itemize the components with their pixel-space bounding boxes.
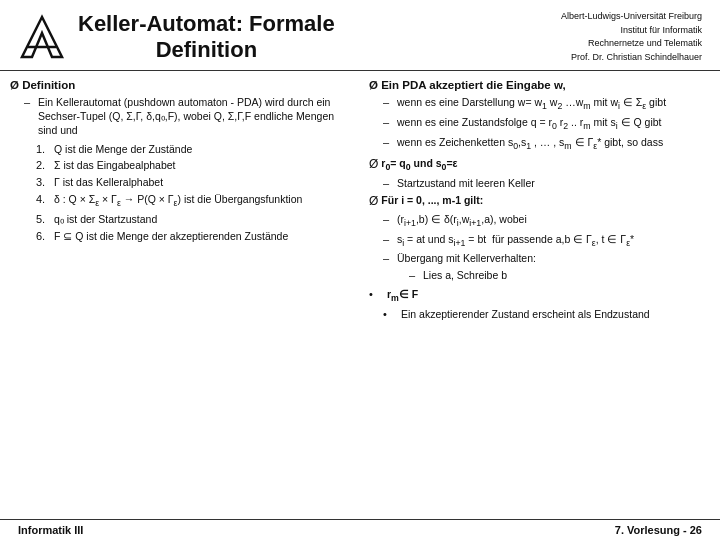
intro-line: – Ein Kellerautomat (pushdown automaton … <box>24 95 351 138</box>
main-content: Ø Definition – Ein Kellerautomat (pushdo… <box>0 71 720 531</box>
left-section-header: Ø Definition <box>10 79 351 91</box>
university-info: Albert-Ludwigs-Universität Freiburg Inst… <box>561 10 702 64</box>
footer: Informatik III 7. Vorlesung - 26 <box>0 519 720 540</box>
rm-sub: • Ein akzeptierender Zustand erscheint a… <box>369 307 710 322</box>
list-item: – wenn es Zeichenketten s0,s1 , … , sm ∈… <box>383 135 710 153</box>
list-item: – wenn es eine Zustandsfolge q = r0 r2 .… <box>383 115 710 133</box>
list-item: 6. F ⊆ Q ist die Menge der akzeptierende… <box>36 229 351 244</box>
list-item: 2. Σ ist das Eingabealphabet <box>36 158 351 173</box>
right-section-header: Ø Ein PDA akzeptiert die Eingabe w, <box>369 79 710 91</box>
header-left: Keller-Automat: Formale Definition <box>18 11 335 64</box>
svg-marker-0 <box>22 17 62 57</box>
footer-left: Informatik III <box>18 524 83 536</box>
list-item: – wenn es eine Darstellung w= w1 w2 …wm … <box>383 95 710 113</box>
left-intro: – Ein Kellerautomat (pushdown automaton … <box>10 95 351 138</box>
page-title: Keller-Automat: Formale Definition <box>78 11 335 64</box>
logo-icon <box>18 13 66 61</box>
list-item: 5. q₀ ist der Startzustand <box>36 212 351 227</box>
right-column: Ø Ein PDA akzeptiert die Eingabe w, – we… <box>365 79 710 531</box>
r0-desc: – Startzustand mit leeren Keller <box>369 176 710 191</box>
fuer-items: – (ri+1,b) ∈ δ(ri,wi+1,a), wobei – si = … <box>369 212 710 284</box>
rm-line: • rm∈ F <box>369 287 710 305</box>
list-item: 1. Q ist die Menge der Zustände <box>36 142 351 157</box>
list-item: 3. Γ ist das Kelleralphabet <box>36 175 351 190</box>
list-item: – (ri+1,b) ∈ δ(ri,wi+1,a), wobei <box>383 212 710 230</box>
left-items-list: 1. Q ist die Menge der Zustände 2. Σ ist… <box>10 142 351 244</box>
right-items: – wenn es eine Darstellung w= w1 w2 …wm … <box>369 95 710 153</box>
left-column: Ø Definition – Ein Kellerautomat (pushdo… <box>10 79 355 531</box>
fuer-line: Ø Für i = 0, ..., m-1 gilt: <box>369 193 710 209</box>
list-item: – si = at und si+1 = bt für passende a,b… <box>383 232 710 250</box>
footer-right: 7. Vorlesung - 26 <box>615 524 702 536</box>
r0-line: Ø r0= q0 und s0=ε <box>369 156 710 174</box>
intro-dash: – <box>24 95 38 110</box>
intro-text: Ein Kellerautomat (pushdown automaton - … <box>38 95 351 138</box>
header: Keller-Automat: Formale Definition Alber… <box>0 0 720 71</box>
list-item-sub: – Lies a, Schreibe b <box>383 268 710 283</box>
list-item: 4. δ : Q × Σε × Γε → P(Q × Γε) ist die Ü… <box>36 192 351 210</box>
list-item: • Ein akzeptierender Zustand erscheint a… <box>383 307 710 322</box>
list-item: – Übergang mit Kellerverhalten: <box>383 251 710 266</box>
